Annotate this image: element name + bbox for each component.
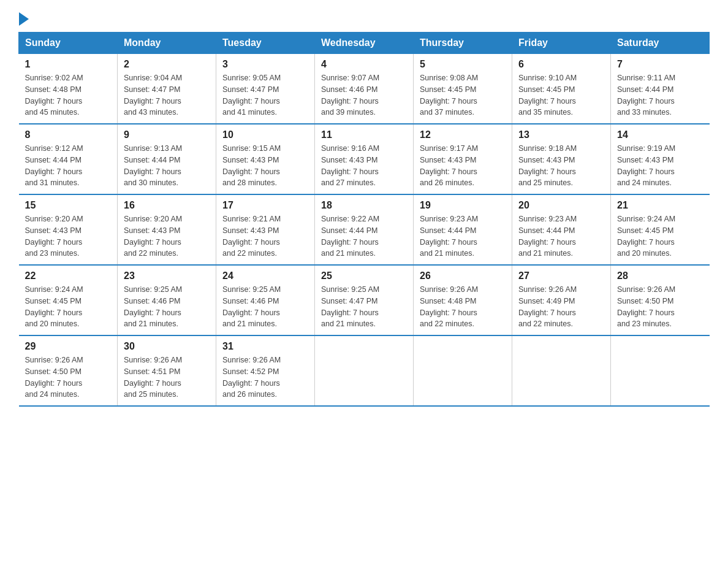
day-info: Sunrise: 9:05 AM Sunset: 4:47 PM Dayligh… (222, 72, 308, 118)
calendar-header: SundayMondayTuesdayWednesdayThursdayFrid… (19, 33, 710, 54)
day-number: 12 (420, 129, 506, 140)
day-number: 11 (321, 129, 407, 140)
day-info: Sunrise: 9:12 AM Sunset: 4:44 PM Dayligh… (25, 143, 112, 189)
day-number: 10 (222, 129, 308, 140)
week-row-5: 29 Sunrise: 9:26 AM Sunset: 4:50 PM Dayl… (19, 335, 710, 406)
day-number: 4 (321, 59, 407, 70)
day-info: Sunrise: 9:24 AM Sunset: 4:45 PM Dayligh… (25, 284, 112, 330)
day-info: Sunrise: 9:25 AM Sunset: 4:46 PM Dayligh… (222, 284, 308, 330)
day-number: 9 (124, 129, 210, 140)
day-info: Sunrise: 9:26 AM Sunset: 4:50 PM Dayligh… (617, 284, 703, 330)
day-cell: 25 Sunrise: 9:25 AM Sunset: 4:47 PM Dayl… (315, 265, 414, 335)
page-header (18, 12, 710, 26)
day-number: 23 (124, 270, 210, 282)
calendar-body: 1 Sunrise: 9:02 AM Sunset: 4:48 PM Dayli… (19, 54, 710, 407)
day-info: Sunrise: 9:19 AM Sunset: 4:43 PM Dayligh… (617, 143, 703, 189)
day-cell: 9 Sunrise: 9:13 AM Sunset: 4:44 PM Dayli… (118, 124, 216, 194)
day-cell: 27 Sunrise: 9:26 AM Sunset: 4:49 PM Dayl… (512, 265, 611, 335)
day-info: Sunrise: 9:25 AM Sunset: 4:46 PM Dayligh… (124, 284, 210, 330)
day-info: Sunrise: 9:25 AM Sunset: 4:47 PM Dayligh… (321, 284, 407, 330)
day-number: 7 (617, 59, 703, 70)
day-number: 26 (420, 270, 506, 282)
header-cell-saturday: Saturday (611, 33, 710, 54)
day-number: 22 (25, 270, 112, 282)
day-number: 18 (321, 200, 407, 211)
day-cell: 5 Sunrise: 9:08 AM Sunset: 4:45 PM Dayli… (414, 54, 512, 124)
day-cell: 1 Sunrise: 9:02 AM Sunset: 4:48 PM Dayli… (19, 54, 118, 124)
week-row-4: 22 Sunrise: 9:24 AM Sunset: 4:45 PM Dayl… (19, 265, 710, 335)
day-info: Sunrise: 9:22 AM Sunset: 4:44 PM Dayligh… (321, 213, 407, 259)
day-cell: 8 Sunrise: 9:12 AM Sunset: 4:44 PM Dayli… (19, 124, 118, 194)
day-cell (414, 335, 512, 406)
header-cell-thursday: Thursday (414, 33, 512, 54)
day-number: 30 (124, 341, 210, 352)
header-row: SundayMondayTuesdayWednesdayThursdayFrid… (19, 33, 710, 54)
day-info: Sunrise: 9:16 AM Sunset: 4:43 PM Dayligh… (321, 143, 407, 189)
day-cell (315, 335, 414, 406)
day-cell: 16 Sunrise: 9:20 AM Sunset: 4:43 PM Dayl… (118, 194, 216, 265)
day-cell (512, 335, 611, 406)
day-cell: 26 Sunrise: 9:26 AM Sunset: 4:48 PM Dayl… (414, 265, 512, 335)
logo (18, 12, 29, 26)
day-number: 21 (617, 200, 703, 211)
day-cell: 31 Sunrise: 9:26 AM Sunset: 4:52 PM Dayl… (216, 335, 315, 406)
day-number: 8 (25, 129, 112, 140)
day-info: Sunrise: 9:08 AM Sunset: 4:45 PM Dayligh… (420, 72, 506, 118)
day-cell: 20 Sunrise: 9:23 AM Sunset: 4:44 PM Dayl… (512, 194, 611, 265)
day-number: 31 (222, 341, 308, 352)
day-number: 29 (25, 341, 112, 352)
header-cell-wednesday: Wednesday (315, 33, 414, 54)
day-number: 27 (518, 270, 604, 282)
day-info: Sunrise: 9:15 AM Sunset: 4:43 PM Dayligh… (222, 143, 308, 189)
day-cell: 29 Sunrise: 9:26 AM Sunset: 4:50 PM Dayl… (19, 335, 118, 406)
day-number: 16 (124, 200, 210, 211)
day-cell: 12 Sunrise: 9:17 AM Sunset: 4:43 PM Dayl… (414, 124, 512, 194)
day-number: 25 (321, 270, 407, 282)
day-cell: 2 Sunrise: 9:04 AM Sunset: 4:47 PM Dayli… (118, 54, 216, 124)
logo-arrow-icon (19, 12, 29, 26)
week-row-3: 15 Sunrise: 9:20 AM Sunset: 4:43 PM Dayl… (19, 194, 710, 265)
day-cell: 13 Sunrise: 9:18 AM Sunset: 4:43 PM Dayl… (512, 124, 611, 194)
day-cell (611, 335, 710, 406)
day-number: 13 (518, 129, 604, 140)
day-cell: 18 Sunrise: 9:22 AM Sunset: 4:44 PM Dayl… (315, 194, 414, 265)
day-number: 14 (617, 129, 703, 140)
day-info: Sunrise: 9:26 AM Sunset: 4:48 PM Dayligh… (420, 284, 506, 330)
day-cell: 3 Sunrise: 9:05 AM Sunset: 4:47 PM Dayli… (216, 54, 315, 124)
week-row-2: 8 Sunrise: 9:12 AM Sunset: 4:44 PM Dayli… (19, 124, 710, 194)
day-number: 5 (420, 59, 506, 70)
day-cell: 30 Sunrise: 9:26 AM Sunset: 4:51 PM Dayl… (118, 335, 216, 406)
logo-general (18, 12, 29, 26)
day-cell: 4 Sunrise: 9:07 AM Sunset: 4:46 PM Dayli… (315, 54, 414, 124)
day-cell: 22 Sunrise: 9:24 AM Sunset: 4:45 PM Dayl… (19, 265, 118, 335)
day-cell: 17 Sunrise: 9:21 AM Sunset: 4:43 PM Dayl… (216, 194, 315, 265)
day-info: Sunrise: 9:26 AM Sunset: 4:51 PM Dayligh… (124, 354, 210, 400)
day-number: 3 (222, 59, 308, 70)
day-cell: 28 Sunrise: 9:26 AM Sunset: 4:50 PM Dayl… (611, 265, 710, 335)
calendar-table: SundayMondayTuesdayWednesdayThursdayFrid… (18, 32, 710, 407)
day-cell: 24 Sunrise: 9:25 AM Sunset: 4:46 PM Dayl… (216, 265, 315, 335)
day-cell: 11 Sunrise: 9:16 AM Sunset: 4:43 PM Dayl… (315, 124, 414, 194)
day-number: 28 (617, 270, 703, 282)
header-cell-tuesday: Tuesday (216, 33, 315, 54)
header-cell-friday: Friday (512, 33, 611, 54)
day-number: 6 (518, 59, 604, 70)
day-info: Sunrise: 9:26 AM Sunset: 4:49 PM Dayligh… (518, 284, 604, 330)
day-cell: 19 Sunrise: 9:23 AM Sunset: 4:44 PM Dayl… (414, 194, 512, 265)
day-info: Sunrise: 9:04 AM Sunset: 4:47 PM Dayligh… (124, 72, 210, 118)
day-info: Sunrise: 9:26 AM Sunset: 4:52 PM Dayligh… (222, 354, 308, 400)
day-info: Sunrise: 9:07 AM Sunset: 4:46 PM Dayligh… (321, 72, 407, 118)
day-info: Sunrise: 9:20 AM Sunset: 4:43 PM Dayligh… (124, 213, 210, 259)
day-cell: 7 Sunrise: 9:11 AM Sunset: 4:44 PM Dayli… (611, 54, 710, 124)
day-info: Sunrise: 9:24 AM Sunset: 4:45 PM Dayligh… (617, 213, 703, 259)
day-cell: 23 Sunrise: 9:25 AM Sunset: 4:46 PM Dayl… (118, 265, 216, 335)
day-cell: 14 Sunrise: 9:19 AM Sunset: 4:43 PM Dayl… (611, 124, 710, 194)
day-number: 2 (124, 59, 210, 70)
day-number: 17 (222, 200, 308, 211)
day-info: Sunrise: 9:21 AM Sunset: 4:43 PM Dayligh… (222, 213, 308, 259)
day-cell: 10 Sunrise: 9:15 AM Sunset: 4:43 PM Dayl… (216, 124, 315, 194)
day-info: Sunrise: 9:20 AM Sunset: 4:43 PM Dayligh… (25, 213, 112, 259)
day-info: Sunrise: 9:23 AM Sunset: 4:44 PM Dayligh… (420, 213, 506, 259)
header-cell-sunday: Sunday (19, 33, 118, 54)
day-info: Sunrise: 9:23 AM Sunset: 4:44 PM Dayligh… (518, 213, 604, 259)
